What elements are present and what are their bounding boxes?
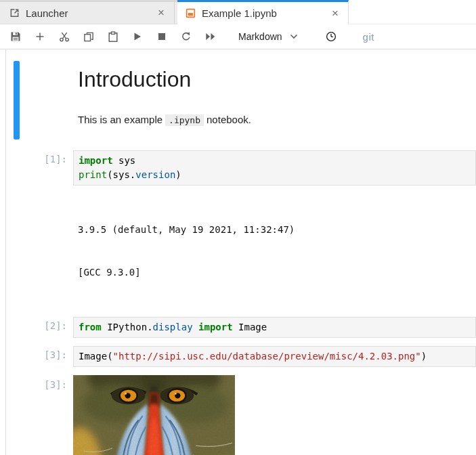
output-line: 3.9.5 (default, May 19 2021, 11:32:47) [78,223,471,237]
output-row-3: [3]: [0,375,476,455]
tab-launcher-label: Launcher [26,7,156,19]
code-cell-3: [3]: Image("http://sipi.usc.edu/database… [0,346,476,367]
markdown-rendered-content: Introduction This is an example.ipynbnot… [73,61,476,139]
tab-notebook-label: Example 1.ipynb [202,7,330,19]
mandrill-image [73,375,235,455]
output-prompt-3: [3]: [0,375,73,455]
paste-cells-button[interactable] [108,31,118,42]
notebook-panel: Introduction This is an example.ipynbnot… [0,49,476,455]
dock-tab-bar: Launcher × Example 1.ipynb × [0,0,476,24]
git-extension-label[interactable]: git [363,31,374,43]
code-cell-2: [2]: from IPython.display import Image [0,317,476,338]
cell-collapser[interactable] [14,61,20,139]
tab-bar-filler [349,0,476,24]
notebook-icon [186,8,196,18]
markdown-cell[interactable]: Introduction This is an example.ipynbnot… [0,61,476,139]
save-button[interactable] [10,31,21,42]
code-editor-3[interactable]: Image("http://sipi.usc.edu/database/prev… [73,346,476,367]
output-image-container [73,375,235,455]
tab-notebook[interactable]: Example 1.ipynb × [177,0,349,24]
output-text-1: 3.9.5 (default, May 19 2021, 11:32:47) [… [73,194,476,309]
history-clock-icon[interactable] [326,31,337,42]
input-prompt-2: [2]: [0,317,73,338]
code-editor-1[interactable]: import sysprint(sys.version) [73,150,476,186]
restart-run-all-button[interactable] [205,31,216,42]
paragraph-text-before: This is an example [78,114,163,125]
markdown-paragraph: This is an example.ipynbnotebook. [78,112,469,127]
notebook-toolbar: Markdown git [0,24,476,49]
jupyterlab-window: Launcher × Example 1.ipynb × [0,0,476,455]
input-prompt-1: [1]: [0,150,73,186]
run-cell-button[interactable] [132,31,143,42]
heading-introduction: Introduction [78,66,469,92]
code-editor-2[interactable]: from IPython.display import Image [73,317,476,338]
tab-notebook-close-icon[interactable]: × [330,8,340,19]
tab-launcher-close-icon[interactable]: × [156,7,166,18]
output-prompt-spacer-1 [0,194,73,309]
paragraph-text-after: notebook. [207,114,251,125]
chevron-down-icon [290,34,298,39]
input-prompt-3: [3]: [0,346,73,367]
output-line: [GCC 9.3.0] [78,265,471,280]
tab-launcher[interactable]: Launcher × [0,0,175,24]
cell-type-value: Markdown [238,31,282,42]
code-cell-1: [1]: import sysprint(sys.version) [0,150,476,186]
output-row-1: 3.9.5 (default, May 19 2021, 11:32:47) [… [0,194,476,309]
launcher-icon [9,8,20,18]
restart-kernel-button[interactable] [181,31,192,42]
stop-kernel-button[interactable] [156,31,167,42]
inline-code-chip: .ipynb [165,114,204,126]
insert-cell-button[interactable] [35,31,45,42]
notebook-cells: Introduction This is an example.ipynbnot… [0,49,476,455]
cut-cells-button[interactable] [59,31,70,42]
copy-cells-button[interactable] [83,31,94,42]
cell-type-select[interactable]: Markdown [238,31,298,42]
